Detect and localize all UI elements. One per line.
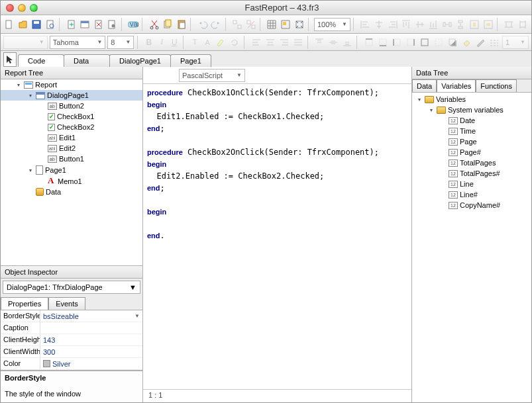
valign-bot-icon[interactable] xyxy=(341,36,353,49)
frame-style-icon[interactable] xyxy=(488,36,500,49)
undo-icon[interactable] xyxy=(197,18,209,31)
underline-icon[interactable]: U xyxy=(169,36,180,49)
tree-item-checkbox1[interactable]: ✓CheckBox1 xyxy=(1,111,142,122)
grid-align-icon[interactable] xyxy=(280,18,292,31)
tree-item-memo1[interactable]: AMemo1 xyxy=(1,176,142,187)
prop-color[interactable]: ColorSilver xyxy=(1,358,142,370)
fill-color-icon[interactable] xyxy=(460,36,472,49)
same-height-icon[interactable] xyxy=(517,18,529,31)
tree-item-data[interactable]: Data xyxy=(1,187,142,197)
close-window-button[interactable] xyxy=(6,4,14,12)
delete-page-icon[interactable] xyxy=(93,18,105,31)
tab-properties[interactable]: Properties xyxy=(1,297,48,310)
space-h-icon[interactable] xyxy=(441,18,454,31)
tree-item-time[interactable]: 12Time xyxy=(413,126,530,136)
grid-icon[interactable] xyxy=(266,18,278,31)
zoom-combo[interactable]: 100%▼ xyxy=(314,18,350,31)
pointer-tool-icon[interactable] xyxy=(3,52,17,67)
tab-functions[interactable]: Functions xyxy=(476,79,517,92)
preview-icon[interactable] xyxy=(44,18,57,31)
tree-item-copyname#[interactable]: 12CopyName# xyxy=(413,200,530,210)
text-align-justify-icon[interactable] xyxy=(292,36,304,49)
script-lang-combo[interactable]: PascalScript▼ xyxy=(179,69,245,82)
tree-item-report[interactable]: ▾Report xyxy=(1,79,142,90)
tree-item-line#[interactable]: 12Line# xyxy=(413,189,530,200)
highlight-icon[interactable] xyxy=(215,36,227,49)
rotate-icon[interactable] xyxy=(229,36,240,49)
frame-top-icon[interactable] xyxy=(363,36,375,49)
valign-mid-icon[interactable] xyxy=(327,36,339,49)
tree-item-edit1[interactable]: ablEdit1 xyxy=(1,132,142,143)
tab-data[interactable]: Data xyxy=(412,79,437,92)
tab-data[interactable]: Data xyxy=(64,54,110,67)
variables-icon[interactable]: var xyxy=(127,18,140,31)
tree-item-page#[interactable]: 12Page# xyxy=(413,147,530,157)
page-settings-icon[interactable] xyxy=(106,18,119,31)
new-page-icon[interactable] xyxy=(65,18,78,31)
prop-caption[interactable]: Caption xyxy=(1,322,142,334)
frame-shadow-icon[interactable] xyxy=(447,36,458,49)
property-grid[interactable]: BorderStylebsSizeable▼CaptionClientHeigh… xyxy=(1,310,142,371)
cut-icon[interactable] xyxy=(148,18,161,31)
fit-grid-icon[interactable] xyxy=(293,18,305,31)
save-icon[interactable] xyxy=(30,18,43,31)
frame-none-icon[interactable] xyxy=(433,36,445,49)
copy-icon[interactable] xyxy=(162,18,174,31)
paste-icon[interactable] xyxy=(176,18,188,31)
center-h-icon[interactable] xyxy=(468,18,481,31)
object-selector[interactable]: DialogPage1: TfrxDialogPage▼ xyxy=(3,281,140,294)
tab-code[interactable]: Code xyxy=(18,54,64,67)
tree-item-button1[interactable]: abButton1 xyxy=(1,154,142,164)
tree-item-totalpages[interactable]: 12TotalPages xyxy=(413,157,530,168)
font-size-combo[interactable]: 8▼ xyxy=(107,36,134,49)
code-editor[interactable]: procedure CheckBox1OnClick(Sender: TfrxC… xyxy=(143,84,411,389)
tree-item-dialogpage1[interactable]: ▾DialogPage1 xyxy=(1,90,142,101)
style-combo[interactable]: ▼ xyxy=(3,36,48,49)
bold-icon[interactable]: B xyxy=(144,36,154,49)
tab-page1[interactable]: Page1 xyxy=(170,54,211,67)
frame-left-icon[interactable] xyxy=(391,36,403,49)
align-right-icon[interactable] xyxy=(386,18,399,31)
frame-bottom-icon[interactable] xyxy=(377,36,389,49)
font-settings-icon[interactable]: T xyxy=(189,36,200,49)
frame-right-icon[interactable] xyxy=(405,36,417,49)
report-tree[interactable]: ▾Report▾DialogPage1abButton2✓CheckBox1✓C… xyxy=(1,79,142,265)
align-middle-icon[interactable] xyxy=(413,18,426,31)
tree-item-page1[interactable]: ▾Page1 xyxy=(1,164,142,176)
same-width-icon[interactable] xyxy=(503,18,515,31)
align-bottom-icon[interactable] xyxy=(427,18,440,31)
align-top-icon[interactable] xyxy=(400,18,413,31)
text-align-center-icon[interactable] xyxy=(264,36,276,49)
zoom-window-button[interactable] xyxy=(30,4,38,12)
tab-variables[interactable]: Variables xyxy=(437,79,476,92)
font-combo[interactable]: Tahoma▼ xyxy=(50,36,106,49)
space-v-icon[interactable] xyxy=(454,18,467,31)
tree-item-page[interactable]: 12Page xyxy=(413,136,530,147)
italic-icon[interactable]: I xyxy=(156,36,167,49)
font-color-icon[interactable]: A xyxy=(202,36,213,49)
data-tree[interactable]: ▾Variables▾System variables12Date12Time1… xyxy=(412,93,531,402)
tree-item-date[interactable]: 12Date xyxy=(413,115,530,126)
frame-color-icon[interactable] xyxy=(474,36,486,49)
group-icon[interactable] xyxy=(231,18,244,31)
new-dialog-icon[interactable] xyxy=(79,18,91,31)
text-align-left-icon[interactable] xyxy=(250,36,262,49)
prop-clientwidth[interactable]: ClientWidth300 xyxy=(1,346,142,358)
tree-item-edit2[interactable]: ablEdit2 xyxy=(1,143,142,154)
redo-icon[interactable] xyxy=(210,18,223,31)
tree-item-variables[interactable]: ▾Variables xyxy=(413,94,530,105)
text-align-right-icon[interactable] xyxy=(278,36,290,49)
frame-all-icon[interactable] xyxy=(419,36,431,49)
frame-width-combo[interactable]: 1▼ xyxy=(502,36,529,49)
align-center-h-icon[interactable] xyxy=(373,18,386,31)
tree-item-totalpages#[interactable]: 12TotalPages# xyxy=(413,168,530,179)
minimize-window-button[interactable] xyxy=(18,4,26,12)
tab-dialogpage1[interactable]: DialogPage1 xyxy=(109,54,171,67)
tree-item-button2[interactable]: abButton2 xyxy=(1,101,142,111)
tree-item-line[interactable]: 12Line xyxy=(413,179,530,189)
new-icon[interactable] xyxy=(3,18,16,31)
tree-item-checkbox2[interactable]: ✓CheckBox2 xyxy=(1,122,142,132)
align-left-icon[interactable] xyxy=(359,18,372,31)
tree-item-system variables[interactable]: ▾System variables xyxy=(413,105,530,115)
tab-events[interactable]: Events xyxy=(48,297,85,310)
